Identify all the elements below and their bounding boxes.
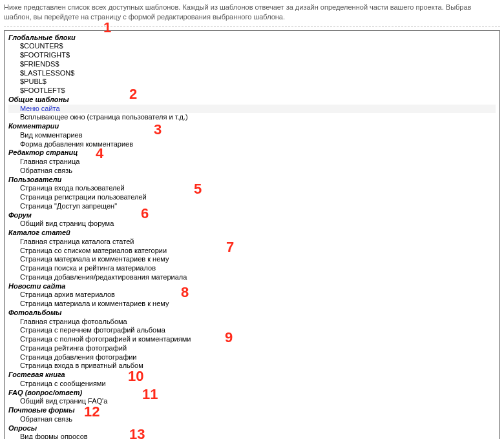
- template-item[interactable]: Страница материала и комментариев к нему: [8, 255, 496, 264]
- section-title: Пользователи: [8, 176, 496, 185]
- template-item[interactable]: Страница со списком материалов категории: [8, 247, 496, 256]
- template-item[interactable]: Форма добавления комментариев: [8, 140, 496, 149]
- template-item[interactable]: $FRIENDS$: [8, 60, 496, 69]
- template-item[interactable]: Всплывающее окно (страница пользователя …: [8, 113, 496, 122]
- template-item[interactable]: Обратная связь: [8, 167, 496, 176]
- templates-panel: Глобальные блоки$COUNTER$$FOOTRIGHT$$FRI…: [4, 30, 500, 439]
- template-item[interactable]: $COUNTER$: [8, 42, 496, 51]
- section-title: Комментарии: [8, 122, 496, 131]
- section-title: Общие шаблоны: [8, 96, 496, 105]
- section-title: Глобальные блоки: [8, 34, 496, 43]
- template-item[interactable]: Страница материала и комментариев к нему: [8, 300, 496, 309]
- template-item[interactable]: Страница с сообщениями: [8, 380, 496, 389]
- template-item[interactable]: Страница с перечнем фотографий альбома: [8, 326, 496, 335]
- template-item[interactable]: $FOOTLEFT$: [8, 87, 496, 96]
- section-title: Форум: [8, 211, 496, 220]
- template-item[interactable]: Страница входа пользователей: [8, 184, 496, 193]
- template-item[interactable]: Главная страница фотоальбома: [8, 318, 496, 327]
- template-item[interactable]: Общий вид страниц форума: [8, 220, 496, 229]
- template-item[interactable]: $PUBL$: [8, 77, 496, 87]
- template-item[interactable]: Обратная связь: [8, 415, 496, 424]
- intro-text: Ниже представлен список всех доступных ш…: [4, 3, 500, 22]
- template-item[interactable]: Страница "Доступ запрещен": [8, 202, 496, 211]
- section-title: FAQ (вопрос/ответ): [8, 389, 496, 398]
- template-item[interactable]: Страница добавления фотографии: [8, 353, 496, 362]
- divider: [4, 26, 500, 26]
- section-title: Редактор страниц: [8, 148, 496, 158]
- template-item[interactable]: Главная страница: [8, 158, 496, 167]
- section-title: Гостевая книга: [8, 371, 496, 380]
- template-link[interactable]: Меню сайта: [20, 105, 60, 112]
- template-item[interactable]: Меню сайта: [8, 105, 496, 114]
- template-item[interactable]: $LASTLESSON$: [8, 69, 496, 78]
- section-title: Почтовые формы: [8, 406, 496, 415]
- template-item[interactable]: Страница входа в приватный альбом: [8, 362, 496, 371]
- section-title: Каталог статей: [8, 229, 496, 238]
- section-title: Новости сайта: [8, 282, 496, 291]
- template-item[interactable]: Вид комментариев: [8, 131, 496, 140]
- template-item[interactable]: Страница рейтинга фотографий: [8, 344, 496, 353]
- template-item[interactable]: Страница добавления/редактирования матер…: [8, 273, 496, 282]
- template-item[interactable]: Главная страница каталога статей: [8, 238, 496, 247]
- template-item[interactable]: Страница с полной фотографией и коммента…: [8, 335, 496, 344]
- template-item[interactable]: Страница архив материалов: [8, 291, 496, 300]
- section-title: Опросы: [8, 424, 496, 433]
- template-item[interactable]: Страница поиска и рейтинга материалов: [8, 264, 496, 273]
- template-item[interactable]: Общий вид страниц FAQ'а: [8, 397, 496, 406]
- template-item[interactable]: $FOOTRIGHT$: [8, 51, 496, 60]
- template-item[interactable]: Вид формы опросов: [8, 433, 496, 439]
- section-title: Фотоальбомы: [8, 309, 496, 318]
- template-item[interactable]: Страница регистрации пользователей: [8, 193, 496, 202]
